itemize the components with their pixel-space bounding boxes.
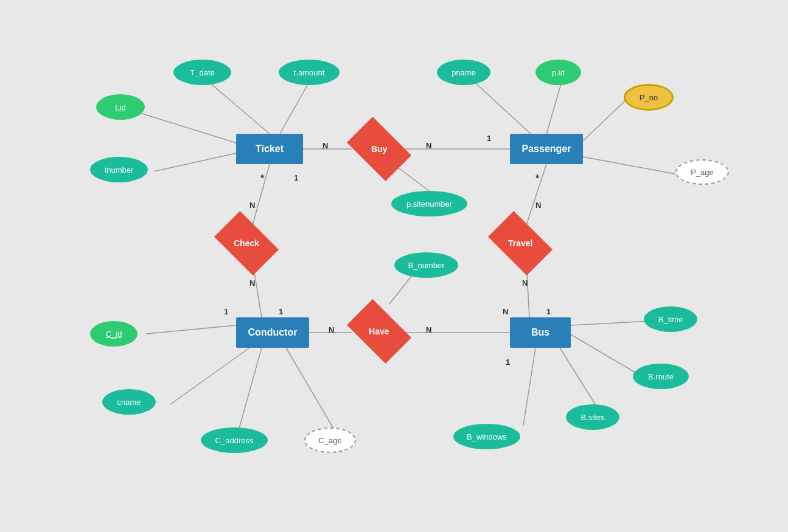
label-buy-n-left: N [323, 141, 328, 150]
svg-line-24 [560, 348, 596, 406]
svg-line-7 [546, 78, 563, 134]
attribute-b-route: B.route [633, 364, 689, 389]
label-check-n-bottom: N [249, 278, 255, 288]
attribute-c-id: C_id [90, 321, 138, 347]
relationship-check: Check [214, 211, 279, 275]
label-passenger-star: * [535, 173, 539, 184]
attribute-p-sitenumber: p.sitenumber [391, 191, 467, 216]
entity-ticket: Ticket [236, 134, 303, 164]
attribute-t-date: T_date [173, 60, 231, 85]
label-ticket-1: 1 [294, 173, 298, 182]
svg-line-23 [571, 334, 641, 376]
svg-line-6 [470, 78, 531, 134]
attribute-p-age: P_age [675, 159, 729, 185]
label-check-1-left: 1 [224, 307, 228, 316]
attribute-pname: pname [437, 60, 490, 85]
entity-bus: Bus [510, 317, 571, 348]
attribute-tnumber: tnumber [90, 157, 148, 182]
relationship-buy: Buy [347, 117, 411, 181]
svg-line-9 [583, 157, 682, 175]
label-travel-n-left: N [503, 307, 508, 316]
attribute-b-windows: B_windows [453, 424, 520, 449]
svg-line-26 [523, 348, 540, 359]
label-have-n-right: N [426, 325, 431, 334]
attribute-c-age: C_age [304, 427, 356, 453]
attribute-c-address: C_address [201, 427, 268, 453]
label-check-1-right: 1 [279, 307, 283, 316]
svg-line-18 [146, 325, 236, 334]
label-buy-n-right: N [426, 141, 431, 150]
label-bus-1-bottom: 1 [506, 358, 510, 367]
svg-line-1 [280, 78, 312, 134]
svg-line-25 [523, 348, 535, 426]
svg-line-19 [170, 348, 249, 404]
er-diagram: Ticket Passenger Conductor Bus Buy Check… [0, 0, 788, 532]
label-ticket-star: * [260, 173, 264, 184]
label-have-n-left: N [329, 325, 334, 334]
svg-line-2 [133, 111, 236, 143]
svg-line-8 [583, 99, 627, 141]
attribute-t-id: t.id [96, 94, 145, 120]
svg-line-22 [571, 321, 650, 325]
attribute-b-number: B_number [394, 252, 458, 278]
label-travel-1-right: 1 [546, 307, 551, 316]
relationship-travel: Travel [488, 211, 553, 275]
attribute-p-id: p.id [535, 60, 581, 85]
attribute-b-sites: B.sites [566, 404, 619, 430]
entity-passenger: Passenger [510, 134, 583, 164]
label-check-n-top: N [249, 201, 255, 210]
attribute-t-amount: t.amount [279, 60, 340, 85]
label-travel-n-top: N [522, 278, 528, 288]
svg-line-20 [239, 348, 262, 430]
relationship-have: Have [347, 299, 411, 364]
attribute-cname: cname [102, 389, 156, 415]
svg-line-3 [154, 153, 236, 171]
entity-conductor: Conductor [236, 317, 309, 348]
attribute-p-no: P_no [624, 84, 674, 111]
attribute-b-time: B_time [644, 306, 697, 332]
svg-line-0 [204, 78, 270, 134]
label-passenger-n: N [535, 201, 541, 210]
label-buy-1-right: 1 [487, 134, 491, 143]
svg-line-21 [286, 348, 335, 430]
